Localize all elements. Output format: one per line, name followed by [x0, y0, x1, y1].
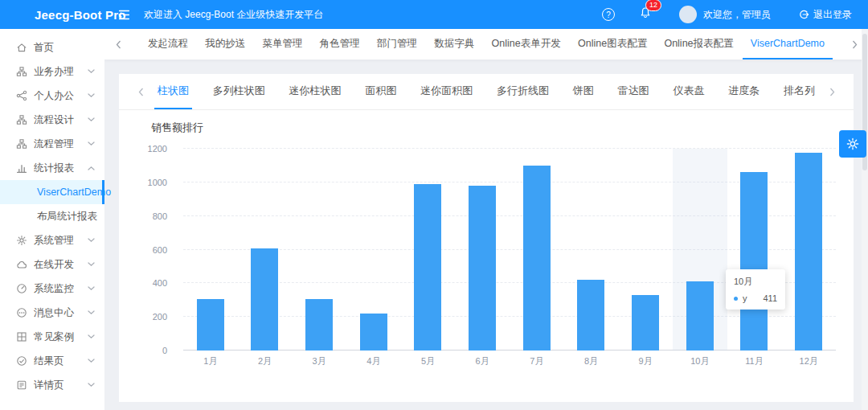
chart-tab-9[interactable]: 仪表盘: [669, 74, 707, 109]
avatar[interactable]: [679, 6, 697, 23]
bar-m1[interactable]: [197, 299, 224, 351]
sidebar-item-label: 流程管理: [34, 137, 74, 151]
tabs-scroll-left-icon[interactable]: [104, 29, 132, 59]
cloud-icon: [16, 259, 27, 270]
sidebar: 首页业务办理个人办公流程设计流程管理统计报表ViserChartDemo布局统计…: [0, 29, 104, 410]
chevron-down-icon: [88, 141, 95, 146]
sidebar-item-system-monitor[interactable]: 系统监控: [0, 277, 104, 301]
bar-m7[interactable]: [523, 166, 551, 351]
bar-m2[interactable]: [251, 248, 278, 351]
x-tick-label: 4月: [346, 355, 401, 367]
sidebar-item-online-dev[interactable]: 在线开发: [0, 252, 104, 277]
page-tab-8[interactable]: Online图表配置: [570, 29, 655, 59]
sidebar-item-label: 详情页: [34, 379, 64, 392]
page-tab-2[interactable]: 我的抄送: [197, 29, 253, 59]
chevron-down-icon: [88, 359, 95, 363]
sidebar-item-viser-chart-demo[interactable]: ViserChartDemo: [0, 180, 104, 204]
sidebar-item-home[interactable]: 首页: [0, 35, 104, 59]
chart-tab-8[interactable]: 雷达图: [615, 74, 653, 109]
sidebar-item-process-design[interactable]: 流程设计: [0, 108, 104, 132]
chevron-down-icon: [88, 117, 95, 122]
page-tab-6[interactable]: 数据字典: [426, 29, 482, 59]
chart-tab-5[interactable]: 迷你面积图: [417, 74, 476, 109]
question-circle-icon[interactable]: ?: [602, 8, 615, 21]
bar-m3[interactable]: [305, 299, 333, 351]
sidebar-item-system-management[interactable]: 系统管理: [0, 228, 104, 252]
page-tabs: 发起流程我的抄送菜单管理角色管理部门管理数据字典Online表单开发Online…: [132, 29, 841, 59]
logout-button[interactable]: 退出登录: [798, 8, 852, 22]
chart-tab-3[interactable]: 迷你柱状图: [286, 74, 345, 109]
sidebar-item-message-center[interactable]: 消息中心: [0, 301, 104, 325]
x-tick-label: 8月: [564, 355, 619, 367]
cluster-icon: [16, 138, 27, 150]
chart-tab-7[interactable]: 饼图: [570, 74, 597, 109]
x-tick-label: 12月: [781, 355, 836, 367]
user-greeting[interactable]: 欢迎您，管理员: [703, 8, 771, 22]
page-tab-10[interactable]: ViserChartDemo: [743, 29, 833, 59]
chart-tab-2[interactable]: 多列柱状图: [210, 74, 268, 109]
sidebar-item-label: 业务办理: [34, 65, 74, 79]
chart-tab-10[interactable]: 进度条: [725, 74, 763, 109]
sidebar-item-result-page[interactable]: 结果页: [0, 349, 104, 373]
sidebar-item-personal-office[interactable]: 个人办公: [0, 84, 104, 108]
sidebar-item-layout-report[interactable]: 布局统计报表: [0, 204, 104, 228]
sidebar-item-process-management[interactable]: 流程管理: [0, 132, 104, 156]
chart-tooltip: 10月 y 411: [726, 269, 785, 310]
sidebar-item-business[interactable]: 业务办理: [0, 59, 104, 84]
bar-m9[interactable]: [632, 295, 659, 351]
app-logo: Jeecg-Boot Pro: [0, 6, 104, 23]
x-tick-label: 11月: [727, 355, 782, 367]
page-tab-3[interactable]: 菜单管理: [255, 29, 311, 59]
chart-settings-button[interactable]: [839, 130, 866, 158]
chart-tabs-scroll-right-icon[interactable]: [818, 74, 845, 109]
chevron-down-icon: [88, 383, 95, 387]
bar-m4[interactable]: [360, 314, 387, 351]
logout-icon: [798, 9, 809, 20]
chevron-up-icon: [88, 166, 95, 170]
page-tab-7[interactable]: Online表单开发: [484, 29, 569, 59]
bar-m8[interactable]: [577, 280, 604, 351]
bar-column-m9: [618, 149, 673, 351]
y-tick-label: 600: [153, 245, 167, 255]
page-tab-4[interactable]: 角色管理: [312, 29, 368, 59]
welcome-text: 欢迎进入 Jeecg-Boot 企业级快速开发平台: [144, 8, 323, 22]
chevron-down-icon: [88, 262, 95, 267]
sidebar-item-detail-page[interactable]: 详情页: [0, 373, 104, 397]
page-tab-5[interactable]: 部门管理: [369, 29, 425, 59]
chart-tabbar: 柱状图多列柱状图迷你柱状图面积图迷你面积图多行折线图饼图雷达图仪表盘进度条排名列: [119, 74, 854, 110]
x-tick-label: 9月: [618, 355, 673, 367]
chart-tab-6[interactable]: 多行折线图: [493, 74, 552, 109]
sidebar-item-report[interactable]: 统计报表: [0, 156, 104, 180]
notifications-button[interactable]: 12: [639, 6, 652, 23]
chart-tab-4[interactable]: 面积图: [362, 74, 399, 109]
page-tab-1[interactable]: 发起流程: [140, 29, 196, 59]
bar-m12[interactable]: [795, 153, 822, 351]
bar-m10[interactable]: [686, 281, 714, 351]
y-tick-label: 1200: [148, 144, 167, 154]
sidebar-item-label: 在线开发: [34, 258, 74, 272]
sidebar-item-label: 消息中心: [34, 306, 74, 320]
sidebar-item-label: 布局统计报表: [37, 210, 97, 223]
bar-column-m5: [401, 149, 456, 351]
dashboard-icon: [16, 283, 27, 294]
app-title: Jeecg-Boot Pro: [35, 8, 126, 22]
sidebar-item-common-case[interactable]: 常见案例: [0, 325, 104, 349]
sidebar-item-label: 结果页: [34, 355, 64, 368]
bar-m5[interactable]: [414, 184, 441, 351]
x-tick-label: 1月: [183, 355, 238, 367]
x-tick-label: 10月: [673, 355, 727, 367]
chart-tab-11[interactable]: 排名列: [780, 74, 818, 109]
tooltip-series-name: y: [743, 293, 747, 303]
bar-m6[interactable]: [469, 186, 496, 351]
home-icon: [16, 42, 27, 53]
bar-m11[interactable]: [740, 172, 768, 351]
chart-tabs-scroll-left-icon[interactable]: [127, 74, 154, 109]
menu-fold-icon[interactable]: [117, 8, 131, 22]
page-tab-9[interactable]: Online报表配置: [656, 29, 741, 59]
bar-column-m4: [346, 149, 401, 351]
logout-label: 退出登录: [813, 8, 852, 22]
x-axis-labels: 1月2月3月4月5月6月7月8月9月10月11月12月: [183, 355, 836, 368]
sidebar-item-label: 系统监控: [34, 282, 74, 296]
sidebar-item-label: 流程设计: [34, 113, 74, 127]
chart-tab-1[interactable]: 柱状图: [154, 74, 192, 109]
